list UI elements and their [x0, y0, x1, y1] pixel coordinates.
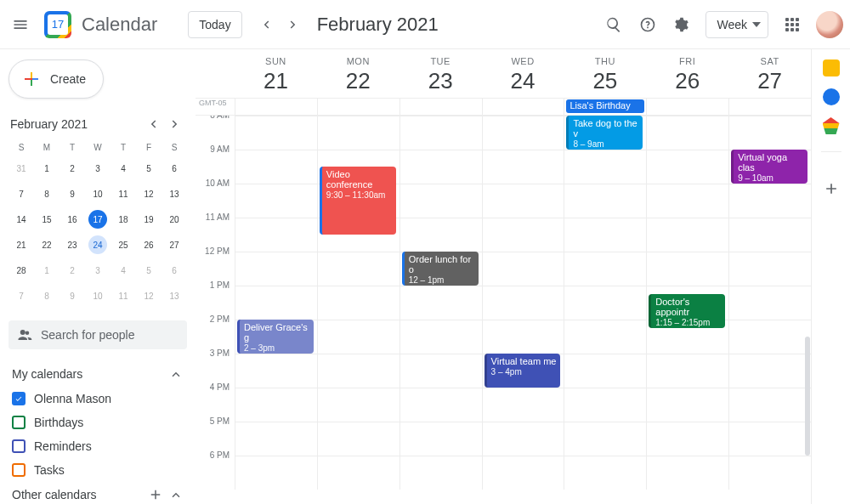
settings-button[interactable]	[665, 8, 699, 42]
mini-day[interactable]: 27	[162, 232, 187, 258]
mini-day[interactable]: 8	[34, 283, 60, 309]
calendar-item[interactable]: Tasks	[8, 458, 187, 482]
maps-icon[interactable]	[823, 117, 840, 134]
mini-day[interactable]: 14	[8, 207, 34, 232]
mini-day[interactable]: 5	[136, 258, 162, 283]
mini-day[interactable]: 21	[8, 232, 34, 258]
calendar-item[interactable]: Reminders	[8, 434, 187, 458]
mini-day[interactable]: 7	[8, 181, 34, 207]
my-calendars-toggle[interactable]: My calendars	[8, 361, 187, 387]
mini-day[interactable]: 13	[162, 283, 187, 309]
calendar-event[interactable]: Deliver Grace's g2 – 3pm	[237, 320, 314, 354]
scrollbar-thumb[interactable]	[805, 337, 810, 456]
mini-day[interactable]: 2	[60, 258, 85, 283]
day-header[interactable]: FRI26	[646, 49, 728, 98]
mini-day[interactable]: 4	[110, 156, 136, 181]
mini-day[interactable]: 9	[60, 181, 85, 207]
prev-week-button[interactable]	[252, 11, 280, 38]
mini-day[interactable]: 5	[136, 156, 162, 181]
mini-day[interactable]: 26	[136, 232, 162, 258]
other-calendars-toggle[interactable]: Other calendars	[8, 482, 187, 504]
create-button[interactable]: Create	[8, 59, 104, 99]
mini-day[interactable]: 11	[110, 181, 136, 207]
mini-day[interactable]: 23	[60, 232, 85, 258]
mini-day[interactable]: 1	[34, 258, 60, 283]
mini-day[interactable]: 6	[162, 258, 187, 283]
day-header[interactable]: SUN21	[235, 49, 317, 98]
day-column[interactable]: Virtual yoga clas9 – 10am	[728, 116, 811, 490]
mini-day[interactable]: 12	[136, 283, 162, 309]
day-column[interactable]: Virtual team me3 – 4pm	[482, 116, 564, 490]
add-addon-button[interactable]	[823, 180, 840, 197]
day-column[interactable]: Video conference9:30 – 11:30am	[317, 116, 400, 490]
mini-day[interactable]: 1	[34, 156, 60, 181]
allday-cell[interactable]	[317, 99, 400, 115]
calendar-event[interactable]: Doctor's appointr1:15 – 2:15pm	[649, 294, 725, 328]
calendar-checkbox[interactable]	[12, 416, 26, 429]
calendar-checkbox[interactable]	[12, 392, 26, 405]
calendar-item[interactable]: Birthdays	[8, 411, 187, 434]
view-selector[interactable]: Week	[706, 11, 768, 38]
tasks-icon[interactable]	[823, 88, 840, 105]
mini-day[interactable]: 18	[110, 207, 136, 232]
day-header[interactable]: THU25	[564, 49, 646, 98]
day-header[interactable]: SAT27	[728, 49, 811, 98]
day-header[interactable]: TUE23	[400, 49, 482, 98]
search-people-input[interactable]: Search for people	[8, 320, 187, 349]
calendar-checkbox[interactable]	[12, 439, 26, 453]
allday-cell[interactable]	[728, 99, 811, 115]
account-avatar[interactable]	[816, 11, 843, 38]
mini-next-button[interactable]	[165, 114, 185, 134]
mini-day[interactable]: 13	[162, 181, 187, 207]
mini-day[interactable]: 6	[162, 156, 187, 181]
mini-day[interactable]: 4	[110, 258, 136, 283]
day-header[interactable]: MON22	[317, 49, 400, 98]
main-menu-button[interactable]	[3, 8, 37, 42]
calendar-event[interactable]: Virtual yoga clas9 – 10am	[731, 150, 808, 184]
mini-day[interactable]: 10	[85, 283, 110, 309]
allday-cell[interactable]: Lisa's Birthday	[564, 99, 646, 115]
mini-prev-button[interactable]	[143, 114, 163, 134]
mini-day[interactable]: 31	[8, 156, 34, 181]
mini-day[interactable]: 16	[60, 207, 85, 232]
mini-day[interactable]: 24	[85, 232, 110, 258]
day-column[interactable]: Order lunch for o12 – 1pm	[400, 116, 482, 490]
mini-day[interactable]: 15	[34, 207, 60, 232]
google-apps-button[interactable]	[775, 8, 809, 42]
day-column[interactable]: Deliver Grace's g2 – 3pm	[235, 116, 317, 490]
day-header[interactable]: WED24	[482, 49, 564, 98]
today-button[interactable]: Today	[188, 11, 241, 38]
mini-day[interactable]: 8	[34, 181, 60, 207]
keep-icon[interactable]	[823, 59, 840, 76]
mini-day[interactable]: 25	[110, 232, 136, 258]
allday-cell[interactable]	[400, 99, 482, 115]
mini-day[interactable]: 12	[136, 181, 162, 207]
mini-day[interactable]: 22	[34, 232, 60, 258]
mini-day[interactable]: 3	[85, 258, 110, 283]
allday-cell[interactable]	[235, 99, 317, 115]
mini-day[interactable]: 3	[85, 156, 110, 181]
mini-day[interactable]: 10	[85, 181, 110, 207]
calendar-event[interactable]: Take dog to the v8 – 9am	[566, 116, 643, 150]
day-column[interactable]: Doctor's appointr1:15 – 2:15pm	[646, 116, 728, 490]
calendar-item[interactable]: Olenna Mason	[8, 387, 187, 411]
mini-day[interactable]: 20	[162, 207, 187, 232]
mini-day[interactable]: 9	[60, 283, 85, 309]
add-calendar-button[interactable]	[148, 487, 163, 502]
mini-day[interactable]: 2	[60, 156, 85, 181]
help-button[interactable]	[631, 8, 665, 42]
calendar-checkbox[interactable]	[12, 463, 26, 477]
allday-event[interactable]: Lisa's Birthday	[566, 99, 644, 113]
mini-day[interactable]: 19	[136, 207, 162, 232]
calendar-event[interactable]: Virtual team me3 – 4pm	[484, 354, 561, 388]
day-column[interactable]: Take dog to the v8 – 9am	[564, 116, 646, 490]
mini-day[interactable]: 17	[85, 207, 110, 232]
next-week-button[interactable]	[280, 11, 307, 38]
mini-day[interactable]: 7	[8, 283, 34, 309]
calendar-event[interactable]: Video conference9:30 – 11:30am	[320, 167, 396, 235]
allday-cell[interactable]	[646, 99, 728, 115]
allday-cell[interactable]	[482, 99, 564, 115]
mini-day[interactable]: 28	[8, 258, 34, 283]
search-button[interactable]	[597, 8, 631, 42]
mini-day[interactable]: 11	[110, 283, 136, 309]
